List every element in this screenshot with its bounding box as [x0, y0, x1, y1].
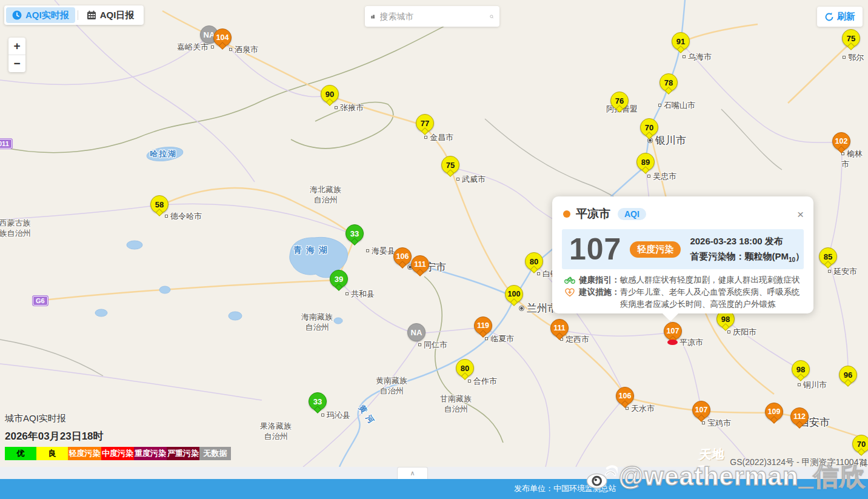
aqi-marker[interactable]: 104 [213, 28, 232, 47]
map-canvas[interactable]: 嘉峪关市酒泉市张掖市金昌市武威市德令哈市海晏县西宁市共和县同仁市临夏市兰州市白银… [0, 0, 868, 467]
city-dot-icon [366, 249, 369, 252]
aqi-badge: AQI [618, 208, 646, 220]
selected-city-highlight [667, 340, 678, 345]
aqi-marker[interactable]: 109 [765, 403, 783, 421]
city-dot-icon [798, 383, 801, 386]
city-search-box [365, 6, 499, 27]
aqi-marker[interactable]: 106 [393, 247, 412, 266]
aqi-marker[interactable]: 75 [842, 29, 860, 47]
search-input[interactable] [380, 12, 490, 21]
aqi-marker[interactable]: 80 [456, 359, 474, 377]
aqi-marker[interactable]: 91 [672, 32, 690, 50]
aqi-marker[interactable]: 78 [659, 73, 678, 92]
city-dot-icon [211, 45, 214, 49]
city-dot-icon [626, 407, 629, 410]
health-guide-text: 健康指引：敏感人群症状有轻度加剧，健康人群出现刺激症状 [579, 274, 800, 286]
aqi-marker[interactable]: 89 [636, 153, 655, 171]
map-label: 张掖市 [335, 103, 364, 113]
aqi-marker[interactable]: 102 [832, 132, 850, 150]
aqi-marker[interactable]: 96 [839, 366, 857, 384]
map-label: 临夏市 [485, 334, 514, 344]
aqi-marker[interactable]: NA [407, 323, 426, 341]
map-label: 乌海市 [683, 52, 712, 62]
tab-aqi-realtime[interactable]: AQI实时报 [6, 7, 75, 23]
map-label: 果洛藏族 自治州 [260, 421, 292, 442]
map-zoom-control: + − [8, 38, 25, 72]
aqi-marker[interactable]: 76 [610, 92, 629, 110]
refresh-icon [824, 12, 834, 22]
city-dot-icon [229, 48, 232, 51]
aqi-marker[interactable]: 107 [664, 322, 682, 340]
city-dot-icon [424, 136, 427, 139]
legend-color-bar: 优良轻度污染中度污染重度污染严重污染无数据 [5, 447, 231, 460]
legend-item: 中度污染 [101, 447, 134, 460]
map-label: 酒泉市 [229, 45, 258, 55]
aqi-marker[interactable]: 98 [792, 360, 810, 378]
refresh-button[interactable]: 刷新 [817, 7, 863, 27]
aqi-marker[interactable]: 58 [150, 195, 169, 213]
chevron-up-icon: ∧ [410, 469, 415, 477]
city-dot-icon [165, 215, 168, 218]
aqi-marker[interactable]: 106 [616, 387, 634, 405]
legend-item: 重度污染 [134, 447, 167, 460]
aqi-map-app: 嘉峪关市酒泉市张掖市金昌市武威市德令哈市海晏县西宁市共和县同仁市临夏市兰州市白银… [0, 0, 868, 499]
aqi-marker[interactable]: 107 [692, 401, 710, 419]
aqi-marker[interactable]: 75 [441, 156, 459, 174]
aqi-marker[interactable]: 112 [790, 407, 809, 426]
legend-item: 良 [36, 447, 68, 460]
map-label: 德令哈市 [165, 212, 202, 222]
aqi-marker[interactable]: 85 [819, 247, 837, 266]
city-dot-icon [321, 414, 324, 417]
aqi-marker[interactable]: 100 [505, 285, 523, 303]
publish-time: 2026-03-23 18:00 发布 [690, 236, 804, 247]
building-icon [371, 12, 375, 22]
aqi-marker[interactable]: 33 [309, 392, 327, 410]
city-dot-icon [537, 272, 540, 275]
map-label: 金昌市 [424, 133, 453, 143]
magnifier-icon[interactable] [490, 12, 494, 22]
popup-pointer [662, 313, 679, 321]
refresh-label: 刷新 [837, 11, 855, 22]
city-dot-icon [418, 343, 421, 346]
map-label: 共和县 [346, 289, 375, 300]
aqi-level-pill: 轻度污染 [630, 241, 681, 258]
aqi-marker[interactable]: 90 [321, 85, 339, 103]
zoom-out-button[interactable]: − [8, 55, 25, 72]
legend-item: 轻度污染 [68, 447, 101, 460]
close-icon[interactable]: × [797, 209, 804, 220]
aqi-marker[interactable]: 70 [640, 118, 658, 136]
map-label: 海晏县 [366, 246, 395, 256]
aqi-value: 107 [569, 232, 621, 267]
aqi-level-dot [563, 210, 570, 218]
city-dot-icon [468, 380, 471, 383]
city-dot-icon [335, 106, 338, 109]
map-label: 嘉峪关市 [177, 42, 214, 53]
legend-date: 2026年03月23日18时 [5, 429, 231, 443]
map-label: 同仁市 [418, 340, 447, 350]
map-label: 银川市 [647, 134, 686, 147]
legend-item: 无数据 [199, 447, 231, 460]
city-dot-icon [658, 104, 661, 107]
map-label: 铜川市 [798, 380, 827, 390]
map-label: 甘南藏族 自治州 [440, 394, 472, 415]
map-label: 榆林市 [841, 149, 868, 170]
primary-pollutant: 首要污染物：颗粒物(PM10） [690, 251, 804, 263]
zoom-in-button[interactable]: + [8, 38, 25, 55]
city-dot-icon [683, 55, 686, 58]
aqi-marker[interactable]: 119 [474, 316, 492, 335]
collapse-panel-tab[interactable]: ∧ [397, 467, 428, 479]
map-label: 玛沁县 [321, 410, 350, 421]
city-dot-icon [346, 292, 349, 295]
tab-aqi-daily[interactable]: AQI日报 [81, 7, 141, 23]
map-label: 黄南藏族 自治州 [376, 376, 407, 397]
map-label: 延安市 [828, 267, 857, 277]
city-dot-icon [647, 175, 650, 178]
aqi-marker[interactable]: 80 [525, 252, 543, 270]
aqi-marker[interactable]: 111 [411, 255, 429, 273]
report-tabbar: AQI实时报 AQI日报 [4, 5, 144, 25]
map-label: 宝鸡市 [702, 418, 731, 429]
aqi-marker[interactable]: 33 [346, 224, 364, 243]
aqi-marker[interactable]: 111 [550, 319, 569, 337]
aqi-marker[interactable]: 77 [416, 114, 434, 132]
aqi-marker[interactable]: 39 [330, 270, 348, 288]
